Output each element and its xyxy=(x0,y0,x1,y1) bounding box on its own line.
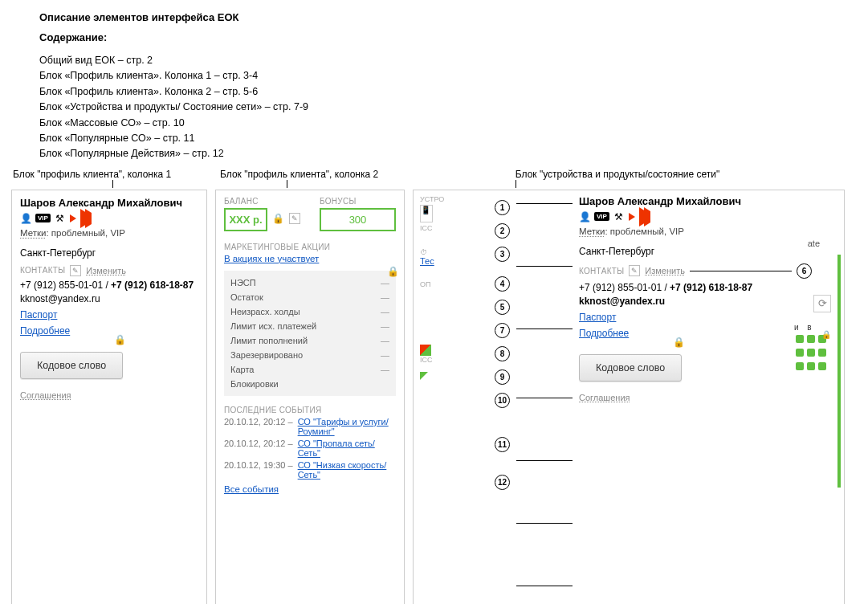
tags-label: Метки xyxy=(579,226,605,236)
client-name-2: Шаров Александр Михайлович xyxy=(579,195,812,207)
toc-item: Блок «Профиль клиента». Колонка 1 – стр.… xyxy=(39,68,857,84)
limits-box: 🔒 НЭСП— Остаток— Неизрасх. холды— Лимит … xyxy=(224,271,396,396)
client-city-2: Санкт-Петербург xyxy=(579,246,812,257)
table-of-contents: Общий вид ЕОК – стр. 2 Блок «Профиль кли… xyxy=(39,53,857,162)
event-date: 20.10.12, 20:12 – xyxy=(224,439,293,458)
lock-icon: 🔒 xyxy=(387,266,399,277)
marker-3: 3 xyxy=(495,247,510,262)
contacts-label: КОНТАКТЫ xyxy=(20,266,65,275)
forward-icon xyxy=(80,213,92,224)
marketing-label: МАРКЕТИНГОВЫЕ АКЦИИ xyxy=(224,243,396,251)
person-icon: 👤 xyxy=(579,212,590,222)
client-email: kknost@yandex.ru xyxy=(20,293,198,304)
edit-link[interactable]: Изменить xyxy=(645,266,685,275)
forward-icon xyxy=(639,211,650,222)
limit-row: Лимит пополнений xyxy=(230,336,308,345)
balance-value: XXX р. xyxy=(224,208,267,231)
phone-1: +7 (912) 855-01-01 / xyxy=(579,282,667,293)
agreements-link[interactable]: Соглашения xyxy=(20,390,71,400)
marker-5: 5 xyxy=(495,300,510,315)
column-label-1: Блок "профиль клиента", колонка 1 xyxy=(11,169,220,180)
limit-row: Карта xyxy=(230,365,254,374)
event-link[interactable]: СО "Низкая скорость/Сеть" xyxy=(298,460,396,480)
profile-card-col2: БАЛАНС XXX р. 🔒 ✎ БОНУСЫ 300 МАРКЕТИНГОВ… xyxy=(215,190,405,604)
lock-icon: 🔒 xyxy=(673,337,685,348)
limit-row: НЭСП xyxy=(230,278,256,288)
vip-badge: VIP xyxy=(594,212,609,221)
marker-8: 8 xyxy=(495,346,510,361)
marker-7: 7 xyxy=(495,323,510,338)
codeword-button[interactable]: Кодовое слово xyxy=(20,352,123,379)
icc-label: ICC xyxy=(420,224,476,232)
more-link[interactable]: Подробнее xyxy=(579,328,629,339)
contacts-label: КОНТАКТЫ xyxy=(579,267,624,275)
doc-title: Описание элементов интерфейса ЕОК xyxy=(39,11,857,23)
limit-row: Остаток xyxy=(230,292,263,302)
codeword-button[interactable]: Кодовое слово xyxy=(579,354,682,382)
stub-label: УСТРО xyxy=(420,195,476,203)
limit-row: Зарезервировано xyxy=(230,350,303,360)
client-city: Санкт-Петербург xyxy=(20,247,198,259)
more-link[interactable]: Подробнее xyxy=(20,325,70,337)
device-icon: 📱 xyxy=(420,205,433,222)
passport-link[interactable]: Паспорт xyxy=(579,312,616,323)
toc-item: Общий вид ЕОК – стр. 2 xyxy=(39,53,857,68)
phone-2: +7 (912) 618-18-87 xyxy=(670,282,752,293)
limit-row: Неизрасх. холды xyxy=(230,307,300,316)
pencil-icon[interactable]: ✎ xyxy=(70,265,81,276)
marker-4: 4 xyxy=(495,276,510,292)
toc-item: Блок «Профиль клиента». Колонка 2 – стр.… xyxy=(39,84,857,100)
contents-heading: Содержание: xyxy=(39,31,857,43)
ate-text: ate xyxy=(808,239,820,248)
toc-item: Блок «Массовые СО» – стр. 10 xyxy=(39,116,857,131)
play-icon xyxy=(629,213,635,221)
tags-value: проблемный, VIP xyxy=(610,226,684,236)
status-grid: и в 🔒 xyxy=(794,323,828,374)
event-date: 20.10.12, 20:12 – xyxy=(224,417,293,436)
hammer-icon: ⚒ xyxy=(55,214,66,223)
lock-icon: 🔒 xyxy=(272,213,284,224)
event-link[interactable]: СО "Пропала сеть/Сеть" xyxy=(298,439,396,458)
edit-link[interactable]: Изменить xyxy=(86,266,126,275)
bonus-label: БОНУСЫ xyxy=(320,197,396,206)
client-email-2: kknost@yandex.ru xyxy=(579,296,812,307)
event-link[interactable]: СО "Тарифы и услуги/ Роуминг" xyxy=(298,417,396,436)
marketing-link[interactable]: В акциях не участвует xyxy=(224,254,319,263)
phone-2: +7 (912) 618-18-87 xyxy=(111,280,194,291)
column-label-2: Блок "профиль клиента", колонка 2 xyxy=(220,169,421,180)
icc-label-2: ICC xyxy=(420,356,476,364)
marker-12: 12 xyxy=(495,475,510,490)
vip-badge: VIP xyxy=(35,214,51,222)
devices-card: ate ⟳ и в 🔒 УСТРО 📱 ICC ⏱ Тес ОП ICC xyxy=(413,190,845,604)
marker-6: 6 xyxy=(797,263,812,279)
tags-value: проблемный, VIP xyxy=(51,228,125,238)
refresh-button[interactable]: ⟳ xyxy=(813,295,831,312)
marker-2: 2 xyxy=(495,223,510,239)
device-stub-column: УСТРО 📱 ICC ⏱ Тес ОП ICC xyxy=(420,195,476,604)
all-events-link[interactable]: Все события xyxy=(224,484,279,494)
toc-item: Блок «Популярные СО» – стр. 11 xyxy=(39,131,857,146)
marker-9: 9 xyxy=(495,369,510,385)
pencil-icon[interactable]: ✎ xyxy=(629,265,640,276)
balance-label: БАЛАНС xyxy=(224,197,300,206)
tech-link[interactable]: Тес xyxy=(420,256,476,266)
column-label-3: Блок "устройства и продукты/состояние се… xyxy=(421,169,742,180)
green-edge xyxy=(837,255,841,488)
limit-row: Лимит исх. платежей xyxy=(230,321,316,331)
pencil-icon[interactable]: ✎ xyxy=(289,213,300,224)
marker-1: 1 xyxy=(495,200,510,215)
events-label: ПОСЛЕДНИЕ СОБЫТИЯ xyxy=(224,406,396,414)
toc-item: Блок «Популярные Действия» – стр. 12 xyxy=(39,146,857,161)
hammer-icon: ⚒ xyxy=(613,212,625,222)
profile-card-col1: Шаров Александр Михайлович 👤 VIP ⚒ Метки… xyxy=(11,190,207,604)
phone-1: +7 (912) 855-01-01 / xyxy=(20,280,108,291)
person-icon: 👤 xyxy=(20,214,31,223)
bonus-value: 300 xyxy=(320,208,396,231)
client-name: Шаров Александр Михайлович xyxy=(20,197,198,209)
opl-label: ОП xyxy=(420,280,476,288)
agreements-link[interactable]: Соглашения xyxy=(579,393,630,402)
passport-link[interactable]: Паспорт xyxy=(20,309,57,320)
play-icon xyxy=(70,214,76,222)
lock-icon: 🔒 xyxy=(114,334,126,345)
toc-item: Блок «Устройства и продукты/ Состояние с… xyxy=(39,100,857,115)
